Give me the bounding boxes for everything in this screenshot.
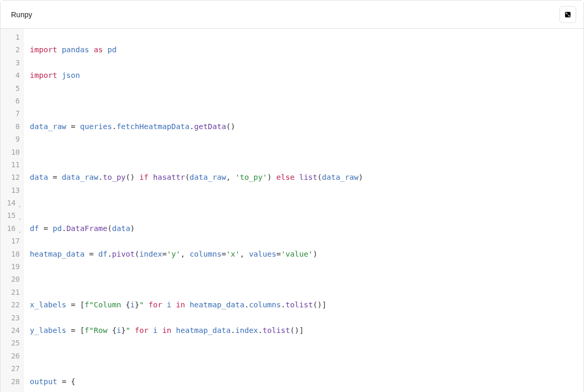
- expand-icon: [564, 11, 571, 18]
- line-number: 19: [1, 260, 20, 273]
- line-number: 15⌄: [1, 209, 20, 222]
- code-line[interactable]: x_labels = [f"Column {i}" for i in heatm…: [30, 298, 583, 311]
- code-line[interactable]: [30, 273, 583, 286]
- code-line[interactable]: import json: [30, 69, 583, 82]
- line-number: 28: [1, 375, 20, 388]
- line-number: 16⌄: [1, 222, 20, 235]
- line-number: 12: [1, 171, 20, 183]
- code-line[interactable]: data = data_raw.to_py() if hasattr(data_…: [30, 171, 583, 183]
- line-number: 25: [1, 337, 20, 349]
- code-line[interactable]: [30, 146, 583, 158]
- line-number: 23: [1, 312, 20, 324]
- line-number: 5: [1, 82, 20, 95]
- code-line[interactable]: output = {: [30, 375, 583, 388]
- line-number: 20: [1, 273, 20, 285]
- code-content[interactable]: import pandas as pd import json data_raw…: [24, 29, 583, 392]
- code-line[interactable]: [30, 95, 583, 107]
- line-number: 8: [1, 120, 20, 133]
- code-panel: Runpy 1234567891011121314⌄15⌄16⌄17181920…: [0, 0, 584, 392]
- code-line[interactable]: data_raw = queries.fetchHeatmapData.getD…: [30, 120, 583, 133]
- line-number: 27: [1, 362, 20, 375]
- code-line[interactable]: df = pd.DataFrame(data): [30, 222, 583, 235]
- line-number: 2: [1, 43, 20, 56]
- code-line[interactable]: heatmap_data = df.pivot(index='y', colum…: [30, 248, 583, 260]
- line-number: 13: [1, 184, 20, 197]
- line-number: 18: [1, 248, 20, 260]
- line-number: 7: [1, 107, 20, 120]
- code-line[interactable]: [30, 197, 583, 209]
- line-number: 22: [1, 298, 20, 311]
- line-number: 26: [1, 350, 20, 362]
- code-line[interactable]: import pandas as pd: [30, 43, 583, 56]
- panel-title: Runpy: [11, 10, 32, 19]
- line-number: 3: [1, 56, 20, 69]
- line-number: 1: [1, 31, 20, 43]
- panel-header: Runpy: [1, 1, 583, 29]
- line-gutter: 1234567891011121314⌄15⌄16⌄17181920212223…: [1, 29, 24, 392]
- line-number: 4: [1, 69, 20, 82]
- code-line[interactable]: y_labels = [f"Row {i}" for i in heatmap_…: [30, 324, 583, 337]
- svg-rect-0: [565, 11, 571, 17]
- line-number: 9: [1, 133, 20, 145]
- line-number: 24: [1, 324, 20, 337]
- line-number: 6: [1, 95, 20, 107]
- expand-button[interactable]: [559, 6, 576, 23]
- line-number: 21: [1, 286, 20, 298]
- code-editor[interactable]: 1234567891011121314⌄15⌄16⌄17181920212223…: [1, 29, 583, 392]
- line-number: 11: [1, 158, 20, 171]
- line-number: 10: [1, 146, 20, 158]
- line-number: 14⌄: [1, 197, 20, 209]
- line-number: 17: [1, 235, 20, 247]
- code-line[interactable]: [30, 350, 583, 362]
